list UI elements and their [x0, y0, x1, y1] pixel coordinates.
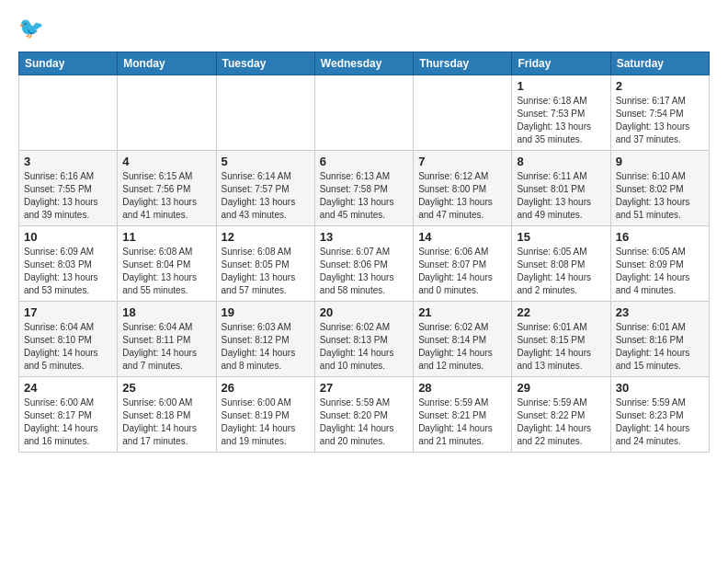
day-number: 26 — [222, 381, 310, 395]
day-info: Sunrise: 6:00 AM Sunset: 8:19 PM Dayligh… — [222, 396, 310, 448]
day-number: 19 — [222, 305, 310, 319]
day-info: Sunrise: 6:17 AM Sunset: 7:54 PM Dayligh… — [616, 95, 704, 146]
day-info: Sunrise: 6:08 AM Sunset: 8:04 PM Dayligh… — [122, 246, 210, 297]
calendar-cell: 12Sunrise: 6:08 AM Sunset: 8:05 PM Dayli… — [216, 226, 314, 302]
calendar-cell: 18Sunrise: 6:04 AM Sunset: 8:11 PM Dayli… — [118, 302, 216, 377]
day-info: Sunrise: 6:02 AM Sunset: 8:14 PM Dayligh… — [418, 321, 506, 373]
calendar-cell: 29Sunrise: 5:59 AM Sunset: 8:22 PM Dayli… — [512, 377, 610, 453]
calendar-cell: 6Sunrise: 6:13 AM Sunset: 7:58 PM Daylig… — [314, 151, 413, 226]
calendar-cell: 21Sunrise: 6:02 AM Sunset: 8:14 PM Dayli… — [414, 302, 512, 377]
weekday-header: Tuesday — [216, 52, 314, 75]
day-info: Sunrise: 6:00 AM Sunset: 8:18 PM Dayligh… — [122, 396, 210, 448]
day-number: 9 — [616, 155, 704, 168]
logo-icon: 🐦 — [18, 15, 48, 44]
calendar-cell: 13Sunrise: 6:07 AM Sunset: 8:06 PM Dayli… — [314, 226, 413, 302]
calendar-week-row: 24Sunrise: 6:00 AM Sunset: 8:17 PM Dayli… — [19, 377, 710, 453]
day-number: 17 — [24, 305, 112, 319]
calendar-week-row: 1Sunrise: 6:18 AM Sunset: 7:53 PM Daylig… — [19, 75, 710, 151]
day-info: Sunrise: 6:08 AM Sunset: 8:05 PM Dayligh… — [222, 246, 310, 297]
calendar-cell — [19, 75, 118, 151]
day-number: 16 — [616, 230, 704, 244]
calendar-week-row: 17Sunrise: 6:04 AM Sunset: 8:10 PM Dayli… — [19, 302, 710, 377]
calendar-cell: 25Sunrise: 6:00 AM Sunset: 8:18 PM Dayli… — [118, 377, 216, 453]
weekday-header: Monday — [118, 52, 216, 75]
weekday-header: Wednesday — [314, 52, 413, 75]
day-number: 2 — [616, 79, 704, 93]
day-number: 23 — [616, 305, 704, 319]
day-info: Sunrise: 6:03 AM Sunset: 8:12 PM Dayligh… — [222, 321, 310, 373]
day-info: Sunrise: 6:10 AM Sunset: 8:02 PM Dayligh… — [616, 170, 704, 222]
day-number: 21 — [418, 305, 506, 319]
day-number: 10 — [24, 230, 112, 244]
day-info: Sunrise: 6:02 AM Sunset: 8:13 PM Dayligh… — [320, 321, 408, 373]
weekday-header: Saturday — [610, 52, 709, 75]
day-info: Sunrise: 6:05 AM Sunset: 8:08 PM Dayligh… — [517, 246, 605, 297]
day-number: 11 — [122, 230, 210, 244]
weekday-header: Sunday — [19, 52, 118, 75]
day-info: Sunrise: 6:18 AM Sunset: 7:53 PM Dayligh… — [517, 95, 605, 146]
calendar-cell: 1Sunrise: 6:18 AM Sunset: 7:53 PM Daylig… — [512, 75, 610, 151]
day-info: Sunrise: 6:13 AM Sunset: 7:58 PM Dayligh… — [320, 170, 408, 222]
day-number: 12 — [222, 230, 310, 244]
day-info: Sunrise: 6:15 AM Sunset: 7:56 PM Dayligh… — [122, 170, 210, 222]
weekday-row: SundayMondayTuesdayWednesdayThursdayFrid… — [19, 52, 710, 75]
day-number: 15 — [517, 230, 605, 244]
weekday-header: Friday — [512, 52, 610, 75]
day-number: 4 — [122, 155, 210, 168]
svg-text:🐦: 🐦 — [18, 16, 44, 40]
calendar-cell: 19Sunrise: 6:03 AM Sunset: 8:12 PM Dayli… — [216, 302, 314, 377]
day-number: 13 — [320, 230, 408, 244]
day-number: 14 — [418, 230, 506, 244]
calendar-cell — [414, 75, 512, 151]
day-info: Sunrise: 6:07 AM Sunset: 8:06 PM Dayligh… — [320, 246, 408, 297]
calendar-header: SundayMondayTuesdayWednesdayThursdayFrid… — [19, 52, 710, 75]
calendar-cell: 22Sunrise: 6:01 AM Sunset: 8:15 PM Dayli… — [512, 302, 610, 377]
page-header: 🐦 — [18, 15, 710, 44]
day-info: Sunrise: 6:11 AM Sunset: 8:01 PM Dayligh… — [517, 170, 605, 222]
calendar-cell: 28Sunrise: 5:59 AM Sunset: 8:21 PM Dayli… — [414, 377, 512, 453]
calendar-week-row: 3Sunrise: 6:16 AM Sunset: 7:55 PM Daylig… — [19, 151, 710, 226]
calendar-cell — [216, 75, 314, 151]
calendar-cell: 27Sunrise: 5:59 AM Sunset: 8:20 PM Dayli… — [314, 377, 413, 453]
day-number: 6 — [320, 155, 408, 168]
calendar-cell: 15Sunrise: 6:05 AM Sunset: 8:08 PM Dayli… — [512, 226, 610, 302]
calendar-cell: 24Sunrise: 6:00 AM Sunset: 8:17 PM Dayli… — [19, 377, 118, 453]
day-info: Sunrise: 6:14 AM Sunset: 7:57 PM Dayligh… — [222, 170, 310, 222]
calendar-cell: 7Sunrise: 6:12 AM Sunset: 8:00 PM Daylig… — [414, 151, 512, 226]
day-info: Sunrise: 6:05 AM Sunset: 8:09 PM Dayligh… — [616, 246, 704, 297]
day-info: Sunrise: 6:04 AM Sunset: 8:10 PM Dayligh… — [24, 321, 112, 373]
calendar-cell: 2Sunrise: 6:17 AM Sunset: 7:54 PM Daylig… — [610, 75, 709, 151]
day-info: Sunrise: 6:12 AM Sunset: 8:00 PM Dayligh… — [418, 170, 506, 222]
day-number: 8 — [517, 155, 605, 168]
day-number: 24 — [24, 381, 112, 395]
calendar: SundayMondayTuesdayWednesdayThursdayFrid… — [18, 52, 710, 453]
day-info: Sunrise: 6:06 AM Sunset: 8:07 PM Dayligh… — [418, 246, 506, 297]
logo: 🐦 — [18, 15, 51, 44]
day-number: 28 — [418, 381, 506, 395]
calendar-week-row: 10Sunrise: 6:09 AM Sunset: 8:03 PM Dayli… — [19, 226, 710, 302]
day-number: 3 — [24, 155, 112, 168]
day-info: Sunrise: 5:59 AM Sunset: 8:22 PM Dayligh… — [517, 396, 605, 448]
calendar-cell: 4Sunrise: 6:15 AM Sunset: 7:56 PM Daylig… — [118, 151, 216, 226]
calendar-cell: 14Sunrise: 6:06 AM Sunset: 8:07 PM Dayli… — [414, 226, 512, 302]
day-info: Sunrise: 6:01 AM Sunset: 8:15 PM Dayligh… — [517, 321, 605, 373]
day-info: Sunrise: 5:59 AM Sunset: 8:21 PM Dayligh… — [418, 396, 506, 448]
day-info: Sunrise: 5:59 AM Sunset: 8:23 PM Dayligh… — [616, 396, 704, 448]
calendar-cell: 17Sunrise: 6:04 AM Sunset: 8:10 PM Dayli… — [19, 302, 118, 377]
calendar-cell: 11Sunrise: 6:08 AM Sunset: 8:04 PM Dayli… — [118, 226, 216, 302]
day-number: 1 — [517, 79, 605, 93]
calendar-cell: 16Sunrise: 6:05 AM Sunset: 8:09 PM Dayli… — [610, 226, 709, 302]
day-info: Sunrise: 6:16 AM Sunset: 7:55 PM Dayligh… — [24, 170, 112, 222]
calendar-cell: 8Sunrise: 6:11 AM Sunset: 8:01 PM Daylig… — [512, 151, 610, 226]
day-number: 29 — [517, 381, 605, 395]
weekday-header: Thursday — [414, 52, 512, 75]
calendar-cell: 9Sunrise: 6:10 AM Sunset: 8:02 PM Daylig… — [610, 151, 709, 226]
calendar-cell: 3Sunrise: 6:16 AM Sunset: 7:55 PM Daylig… — [19, 151, 118, 226]
day-info: Sunrise: 5:59 AM Sunset: 8:20 PM Dayligh… — [320, 396, 408, 448]
day-info: Sunrise: 6:00 AM Sunset: 8:17 PM Dayligh… — [24, 396, 112, 448]
day-info: Sunrise: 6:09 AM Sunset: 8:03 PM Dayligh… — [24, 246, 112, 297]
day-number: 7 — [418, 155, 506, 168]
day-number: 18 — [122, 305, 210, 319]
calendar-cell: 5Sunrise: 6:14 AM Sunset: 7:57 PM Daylig… — [216, 151, 314, 226]
calendar-cell: 26Sunrise: 6:00 AM Sunset: 8:19 PM Dayli… — [216, 377, 314, 453]
